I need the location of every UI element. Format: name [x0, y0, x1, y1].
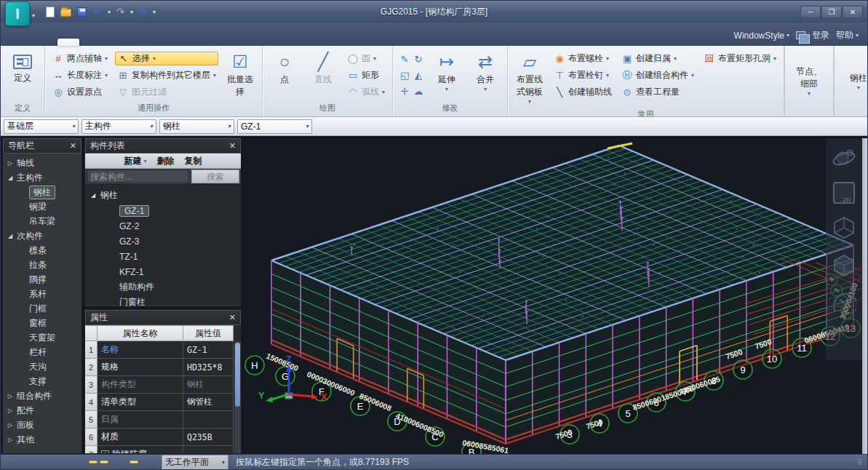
nav-tree-item[interactable]: 支撑 [3, 374, 81, 389]
nav-tree-item[interactable]: 栏杆 [3, 345, 81, 359]
filter-combo[interactable]: 基础层▾ [4, 119, 79, 134]
component-tree-item[interactable]: GZ-3 [85, 234, 241, 249]
view-2d-icon[interactable]: 2D [832, 180, 856, 205]
set-origin-button[interactable]: ◎设置原点 [50, 85, 110, 99]
property-row[interactable]: 2 规格 HD325*8 [85, 359, 241, 376]
nav-tree-item[interactable]: ▷其他 [3, 432, 81, 447]
nav-tree-item[interactable]: 钢柱 [3, 185, 81, 199]
view-cube-solid-icon[interactable] [832, 253, 856, 278]
statusbar-toggle[interactable] [150, 461, 157, 463]
property-row[interactable]: 1 名称 GZ-1 [85, 341, 241, 359]
search-button[interactable]: 搜索 [191, 170, 239, 183]
nav-tree-item[interactable]: ▷配件 [3, 403, 81, 418]
property-row[interactable]: 4 清单类型 钢管柱 [85, 394, 241, 411]
component-tree-item[interactable]: ◢钢柱 [85, 188, 241, 203]
define-button[interactable]: 定义 [6, 49, 39, 87]
steel-column-button[interactable]: 钢柱▾ [842, 70, 868, 93]
login-button[interactable]: 登录 [812, 29, 829, 41]
component-tree-item[interactable]: TZ-1 [85, 249, 241, 264]
component-tree-item[interactable]: KFZ-1 [85, 264, 241, 279]
rotate-icon[interactable]: ↻ [412, 52, 425, 67]
create-composite-button[interactable]: Ⓗ创建组合构件▾ [619, 68, 696, 82]
element-filter-button[interactable]: ▽图元过滤 [115, 85, 218, 99]
filter-combo[interactable]: 主构件▾ [81, 119, 156, 134]
create-ownership-button[interactable]: ▣创建归属▾ [619, 52, 696, 65]
component-tree-item[interactable]: GZ-1 [85, 203, 241, 218]
line-button[interactable]: ╱直线 [306, 49, 340, 88]
cascade-windows-icon[interactable] [796, 31, 805, 39]
nav-tree-item[interactable]: 系杆 [3, 287, 81, 301]
statusbar-toggle[interactable] [120, 461, 127, 463]
nav-tree-item[interactable]: 窗框 [3, 316, 81, 330]
component-tree-item[interactable]: GZ-2 [85, 218, 241, 234]
nav-tree-item[interactable]: ◢主构件 [3, 170, 81, 185]
nav-tree-item[interactable]: 门框 [3, 301, 81, 316]
property-row[interactable]: 7 +除锈防腐 [85, 446, 241, 453]
close-button[interactable]: ✕ [843, 6, 863, 18]
chevron-down-icon[interactable]: ▾ [842, 244, 845, 249]
viewport-3d[interactable]: HGFEDCB345678910111213432115008500000030… [244, 138, 867, 454]
place-bolt-button[interactable]: ◉布置螺栓▾ [552, 52, 614, 65]
filter-combo[interactable]: 钢柱▾ [159, 119, 234, 134]
two-point-aux-button[interactable]: #两点辅轴▾ [50, 52, 110, 65]
compass-icon[interactable] [832, 288, 856, 313]
rect-button[interactable]: ▭矩形 [345, 68, 387, 82]
ribbon-tab[interactable] [34, 39, 56, 46]
workplane-dropdown[interactable]: 无工作平面▾ [162, 455, 228, 470]
close-icon[interactable]: ✕ [70, 141, 76, 151]
view-quantity-button[interactable]: ⊙查看工程量 [619, 85, 696, 99]
new-component-button[interactable]: 新建▾ [124, 155, 146, 167]
window-style-menu[interactable]: WindowStyle [734, 31, 784, 41]
erase-icon[interactable]: ✎ [398, 52, 411, 67]
length-dim-button[interactable]: ↔长度标注▾ [50, 68, 110, 82]
statusbar-toggle[interactable] [89, 461, 97, 463]
expand-plus-icon[interactable]: + [101, 450, 109, 453]
select-button[interactable]: ↖选择▾ [115, 52, 218, 65]
app-logo-icon[interactable]: I [5, 1, 30, 26]
ribbon-tab[interactable] [81, 39, 103, 46]
ribbon-tab[interactable] [104, 39, 126, 46]
arc-button[interactable]: ◠弧线▾ [345, 85, 387, 99]
nav-tree-item[interactable]: 天沟 [3, 359, 81, 374]
extend-button[interactable]: ↦延伸▾ [430, 49, 463, 95]
copy-to-floors-button[interactable]: ⊞复制构件到其它楼层▾ [115, 68, 218, 82]
point-button[interactable]: ○点 [268, 49, 301, 88]
property-row[interactable]: 6 材质 Q235B [85, 429, 241, 446]
nav-tree-item[interactable]: ▷面板 [3, 418, 81, 432]
property-row[interactable]: 5 归属 [85, 411, 241, 429]
nav-tree-item[interactable]: 檩条 [3, 243, 81, 258]
component-tree-item[interactable]: 门窗柱 [85, 295, 241, 306]
minimize-button[interactable]: ─ [800, 6, 821, 18]
ribbon-tab[interactable] [127, 39, 149, 46]
nav-tree-item[interactable]: 吊车梁 [3, 214, 81, 228]
help-menu[interactable]: 帮助 [836, 29, 853, 41]
place-linear-plate-button[interactable]: ▱布置线式钢板▾ [513, 49, 546, 107]
close-icon[interactable]: ✕ [229, 313, 236, 322]
create-auxline-button[interactable]: ╲创建辅助线 [552, 85, 614, 99]
component-tree-item[interactable]: 辅助构件 [85, 279, 241, 295]
move-icon[interactable]: ✛ [398, 84, 411, 99]
offset-icon[interactable]: ◱ [398, 68, 411, 83]
view-cube-wire-icon[interactable] [832, 215, 856, 240]
model-wireframe[interactable]: HGFEDCB345678910111213432115008500000030… [244, 138, 867, 454]
revision-cloud-icon[interactable]: ☁ [412, 84, 425, 99]
merge-button[interactable]: ⇄合并▾ [469, 49, 502, 95]
filter-combo[interactable]: GZ-1▾ [237, 119, 312, 134]
nav-tree-item[interactable]: 隅撑 [3, 272, 81, 287]
scrollbar-thumb[interactable] [235, 343, 240, 407]
nav-tree-item[interactable]: ▷组合构件 [3, 389, 81, 403]
statusbar-toggle[interactable] [100, 461, 108, 463]
mirror-icon[interactable]: ◭ [412, 68, 425, 83]
nav-tree-item[interactable]: 钢梁 [3, 199, 81, 214]
maximize-button[interactable]: ❐ [821, 6, 842, 18]
statusbar-toggle[interactable] [111, 461, 118, 463]
node-detail-button[interactable]: 节点、细部▾ [792, 63, 826, 99]
ribbon-tab[interactable] [57, 39, 79, 46]
nav-tree-item[interactable]: ▷轴线 [3, 156, 81, 170]
property-row[interactable]: 3 构件类型 钢柱 [85, 376, 241, 394]
component-search-input[interactable] [87, 170, 189, 183]
ribbon-tab[interactable] [151, 39, 172, 46]
statusbar-toggle[interactable] [79, 461, 87, 463]
properties-scrollbar[interactable] [234, 341, 241, 453]
close-icon[interactable]: ✕ [229, 141, 236, 151]
